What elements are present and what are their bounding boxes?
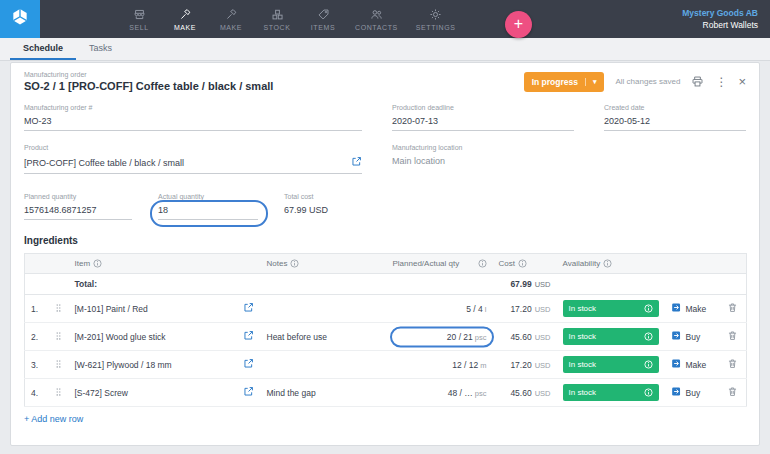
cost-cell: 45.60USD <box>493 379 557 407</box>
make-button[interactable]: Make <box>671 358 713 371</box>
info-icon[interactable] <box>644 360 653 369</box>
qty-cell[interactable]: 12 / 12m <box>387 351 493 379</box>
total-cost-value: 67.99 USD <box>284 202 380 219</box>
planned-qty-input[interactable]: 1576148.6871257 <box>24 202 132 220</box>
add-new-row-link[interactable]: + Add new row <box>24 414 746 424</box>
deadline-input[interactable]: 2020-07-13 <box>392 113 574 131</box>
notes-cell[interactable]: Heat before use <box>261 323 387 351</box>
actual-qty-input[interactable]: 18 <box>158 202 258 220</box>
field-label: Created date <box>604 104 746 111</box>
cost-currency: USD <box>535 361 551 370</box>
external-link-icon[interactable] <box>237 379 261 407</box>
delete-row-button[interactable] <box>719 351 747 379</box>
field-created-date: Created date 2020-05-12 <box>604 104 746 131</box>
drag-handle[interactable] <box>49 295 69 323</box>
in-stock-badge[interactable]: In stock <box>563 356 659 373</box>
info-icon[interactable] <box>644 304 653 313</box>
nav-item-label: SETTINGS <box>416 24 456 31</box>
action-cell: Make <box>665 351 719 379</box>
buy-button[interactable]: Buy <box>671 330 713 343</box>
external-link-icon[interactable] <box>237 295 261 323</box>
mo-number-input[interactable]: MO-23 <box>24 113 362 131</box>
people-icon <box>370 8 383 21</box>
info-icon[interactable] <box>478 259 487 268</box>
more-options-button[interactable]: ⋮ <box>715 76 727 88</box>
col-item-label: Item <box>75 259 91 268</box>
qty-value: 5 / 4 <box>466 304 483 314</box>
make-button[interactable]: Make <box>671 302 713 315</box>
status-dropdown-button[interactable]: In progress ▾ <box>524 72 605 92</box>
user-name: Robert Wallets <box>682 20 758 30</box>
order-type-label: Manufacturing order <box>24 71 273 78</box>
qty-cell[interactable]: 48 / …psc <box>387 379 493 407</box>
ingredients-section-title: Ingredients <box>24 235 746 246</box>
created-date-input[interactable]: 2020-05-12 <box>604 113 746 131</box>
in-stock-badge[interactable]: In stock <box>563 300 659 317</box>
table-row: 2. [M-201] Wood glue stick Heat before u… <box>25 323 747 351</box>
qty-cell[interactable]: 5 / 4l <box>387 295 493 323</box>
field-label: Production deadline <box>392 104 574 111</box>
field-location: Manufacturing location Main location <box>392 144 746 174</box>
col-notes: Notes <box>261 254 387 274</box>
nav-item-contacts[interactable]: CONTACTS <box>346 0 407 38</box>
boxes-icon <box>271 8 284 21</box>
action-label: Buy <box>686 332 701 342</box>
external-link-icon[interactable] <box>351 156 362 169</box>
delete-row-button[interactable] <box>719 295 747 323</box>
nav-item-items[interactable]: ITEMS <box>300 0 346 38</box>
nav-item-make2[interactable]: MAKE <box>208 0 254 38</box>
top-navbar: SELL MAKE MAKE STOCK <box>0 0 770 38</box>
notes-cell[interactable]: Mind the gap <box>261 379 387 407</box>
external-link-icon[interactable] <box>237 323 261 351</box>
col-action <box>665 254 719 274</box>
in-stock-badge[interactable]: In stock <box>563 384 659 401</box>
external-link-icon[interactable] <box>237 351 261 379</box>
qty-value: 48 / … <box>448 388 473 398</box>
app-logo[interactable] <box>0 0 40 38</box>
drag-handle[interactable] <box>49 379 69 407</box>
tab-tasks[interactable]: Tasks <box>76 38 125 60</box>
nav-item-sell[interactable]: SELL <box>116 0 162 38</box>
availability-cell: In stock <box>557 295 665 323</box>
user-menu[interactable]: Mystery Goods AB Robert Wallets <box>682 8 770 30</box>
drag-handle[interactable] <box>49 323 69 351</box>
manufacturing-order-card: Manufacturing order SO-2 / 1 [PRO-COFF] … <box>10 62 760 446</box>
nav-item-make-active[interactable]: MAKE <box>162 0 208 38</box>
info-icon[interactable] <box>603 259 612 268</box>
delete-row-button[interactable] <box>719 323 747 351</box>
product-input[interactable]: [PRO-COFF] Coffee table / black / small <box>24 153 362 174</box>
gear-icon <box>429 8 442 21</box>
cost-cell: 17.20USD <box>493 351 557 379</box>
info-icon[interactable] <box>644 388 653 397</box>
nav-item-label: SELL <box>129 24 149 31</box>
info-icon[interactable] <box>290 259 299 268</box>
col-item: Item <box>69 254 237 274</box>
col-link <box>237 254 261 274</box>
nav-item-settings[interactable]: SETTINGS <box>407 0 465 38</box>
nav-item-stock[interactable]: STOCK <box>254 0 300 38</box>
print-button[interactable] <box>691 75 704 88</box>
tab-schedule[interactable]: Schedule <box>10 38 76 60</box>
close-button[interactable]: × <box>738 75 746 88</box>
delete-row-button[interactable] <box>719 379 747 407</box>
field-label: Manufacturing order # <box>24 104 362 111</box>
notes-cell[interactable] <box>261 295 387 323</box>
in-stock-badge[interactable]: In stock <box>563 328 659 345</box>
buy-button[interactable]: Buy <box>671 386 713 399</box>
action-label: Buy <box>686 388 701 398</box>
info-icon[interactable] <box>93 259 102 268</box>
make-icon <box>671 302 682 315</box>
qty-cell[interactable]: 20 / 21psc <box>387 323 493 351</box>
action-label: Make <box>686 304 707 314</box>
total-cost-currency: USD <box>535 280 551 289</box>
add-fab-button[interactable]: + <box>505 11 532 38</box>
info-icon[interactable] <box>644 332 653 341</box>
total-row: Total: 67.99USD <box>25 274 747 295</box>
header-actions: In progress ▾ All changes saved ⋮ × <box>524 72 746 92</box>
item-cell: [S-472] Screw <box>69 379 237 407</box>
col-qty-label: Planned/Actual qty <box>393 259 460 268</box>
chevron-down-icon: ▾ <box>585 78 597 86</box>
drag-handle[interactable] <box>49 351 69 379</box>
info-icon[interactable] <box>518 259 527 268</box>
notes-cell[interactable] <box>261 351 387 379</box>
